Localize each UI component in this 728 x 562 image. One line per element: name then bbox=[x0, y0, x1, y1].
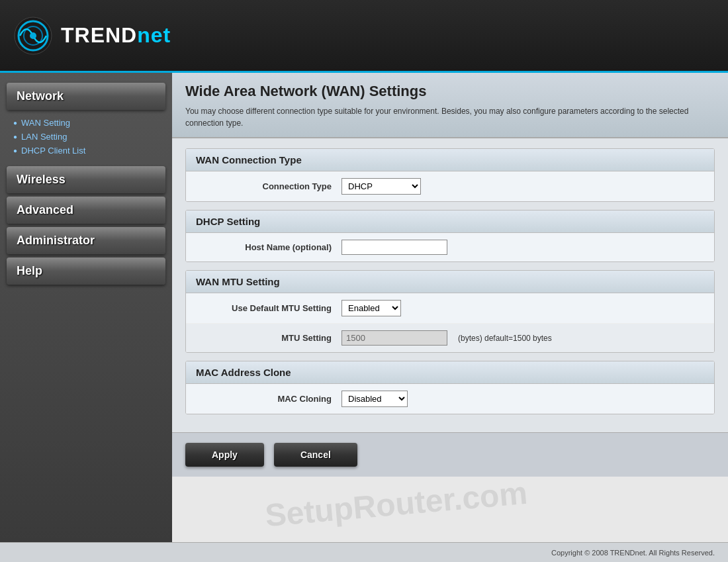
mtu-note: (bytes) default=1500 bytes bbox=[458, 334, 552, 343]
bullet-icon: ● bbox=[13, 133, 17, 140]
network-sub-items: ● WAN Setting ● LAN Setting ● DHCP Clien… bbox=[0, 113, 172, 163]
logo-text: TRENDnet bbox=[61, 23, 171, 48]
mac-cloning-select[interactable]: Disabled Enabled bbox=[341, 391, 408, 407]
connection-type-row: Connection Type DHCP Static IP PPPoE PPT… bbox=[186, 171, 714, 201]
page-title: Wide Area Network (WAN) Settings bbox=[185, 83, 715, 100]
bullet-icon: ● bbox=[13, 147, 17, 154]
mac-clone-section: MAC Address Clone MAC Cloning Disabled E… bbox=[185, 361, 715, 414]
dhcp-setting-header: DHCP Setting bbox=[186, 211, 714, 233]
connection-type-select[interactable]: DHCP Static IP PPPoE PPTP L2TP bbox=[341, 178, 421, 195]
sidebar-item-lan-setting[interactable]: ● LAN Setting bbox=[0, 130, 172, 144]
content-area: Wide Area Network (WAN) Settings You may… bbox=[172, 73, 728, 542]
wan-mtu-section: WAN MTU Setting Use Default MTU Setting … bbox=[185, 270, 715, 353]
content-body: WAN Connection Type Connection Type DHCP… bbox=[172, 138, 728, 432]
svg-point-3 bbox=[30, 32, 36, 39]
connection-type-control: DHCP Static IP PPPoE PPTP L2TP bbox=[341, 178, 421, 195]
mtu-setting-control: (bytes) default=1500 bytes bbox=[341, 330, 552, 346]
sidebar: Network ● WAN Setting ● LAN Setting ● DH… bbox=[0, 73, 172, 542]
main-layout: Network ● WAN Setting ● LAN Setting ● DH… bbox=[0, 73, 728, 542]
wan-mtu-body: Use Default MTU Setting Enabled Disabled… bbox=[186, 293, 714, 352]
use-default-mtu-select[interactable]: Enabled Disabled bbox=[341, 300, 401, 316]
mtu-setting-label: MTU Setting bbox=[196, 333, 341, 343]
host-name-control bbox=[341, 240, 447, 255]
mac-clone-body: MAC Cloning Disabled Enabled bbox=[186, 384, 714, 414]
footer: Copyright © 2008 TRENDnet. All Rights Re… bbox=[0, 542, 728, 562]
use-default-mtu-row: Use Default MTU Setting Enabled Disabled bbox=[186, 293, 714, 324]
sidebar-item-dhcp-client-list[interactable]: ● DHCP Client List bbox=[0, 144, 172, 158]
mac-cloning-control: Disabled Enabled bbox=[341, 391, 408, 407]
header: TRENDnet bbox=[0, 0, 728, 73]
use-default-mtu-control: Enabled Disabled bbox=[341, 300, 401, 316]
wan-connection-header: WAN Connection Type bbox=[186, 149, 714, 171]
sidebar-item-wan-setting[interactable]: ● WAN Setting bbox=[0, 116, 172, 130]
sidebar-item-help[interactable]: Help bbox=[7, 258, 165, 285]
host-name-label: Host Name (optional) bbox=[196, 242, 341, 252]
dhcp-setting-body: Host Name (optional) bbox=[186, 233, 714, 261]
mac-cloning-row: MAC Cloning Disabled Enabled bbox=[186, 384, 714, 414]
bullet-icon: ● bbox=[13, 119, 17, 126]
trendnet-logo-icon bbox=[13, 16, 53, 56]
buttons-row: Apply Cancel bbox=[172, 432, 728, 477]
page-description: You may choose different connection type… bbox=[185, 105, 715, 129]
wan-connection-body: Connection Type DHCP Static IP PPPoE PPT… bbox=[186, 171, 714, 201]
sidebar-item-network[interactable]: Network bbox=[7, 83, 165, 110]
connection-type-label: Connection Type bbox=[196, 181, 341, 191]
apply-button[interactable]: Apply bbox=[185, 443, 264, 467]
cancel-button[interactable]: Cancel bbox=[274, 443, 357, 467]
use-default-mtu-label: Use Default MTU Setting bbox=[196, 303, 341, 313]
host-name-input[interactable] bbox=[341, 240, 447, 255]
mac-cloning-label: MAC Cloning bbox=[196, 394, 341, 404]
sidebar-item-advanced[interactable]: Advanced bbox=[7, 197, 165, 224]
page-title-bar: Wide Area Network (WAN) Settings You may… bbox=[172, 73, 728, 138]
wan-connection-section: WAN Connection Type Connection Type DHCP… bbox=[185, 148, 715, 202]
sidebar-item-administrator[interactable]: Administrator bbox=[7, 227, 165, 254]
wan-mtu-header: WAN MTU Setting bbox=[186, 271, 714, 293]
sidebar-item-wireless[interactable]: Wireless bbox=[7, 166, 165, 193]
mac-clone-header: MAC Address Clone bbox=[186, 361, 714, 384]
mtu-setting-row: MTU Setting (bytes) default=1500 bytes bbox=[186, 324, 714, 352]
copyright-text: Copyright © 2008 TRENDnet. All Rights Re… bbox=[551, 549, 715, 557]
dhcp-setting-section: DHCP Setting Host Name (optional) bbox=[185, 210, 715, 262]
logo-area: TRENDnet bbox=[13, 16, 171, 56]
host-name-row: Host Name (optional) bbox=[186, 233, 714, 261]
mtu-setting-input[interactable] bbox=[341, 330, 447, 346]
